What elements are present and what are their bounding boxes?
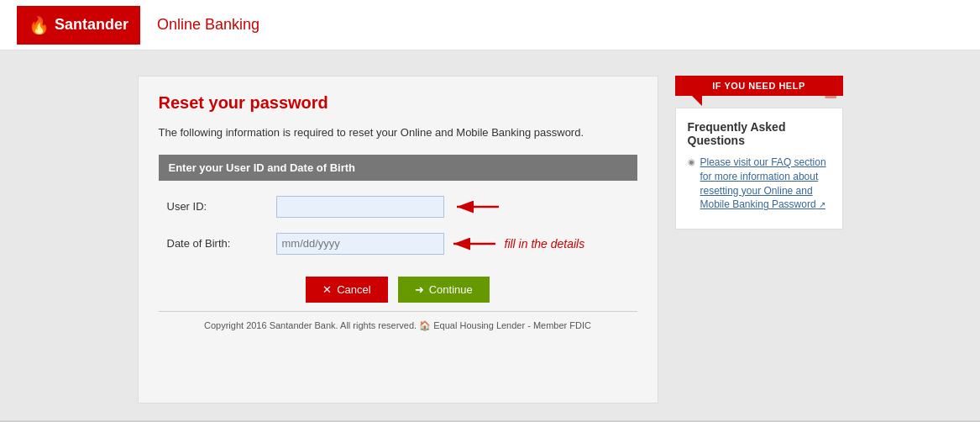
user-id-label: User ID: <box>167 200 276 213</box>
cancel-button[interactable]: ✕ Cancel <box>306 277 387 303</box>
help-box: Frequently Asked Questions ◉ Please visi… <box>675 108 843 229</box>
user-id-row: User ID: <box>159 194 637 219</box>
annotation-text: fill in the details <box>505 237 585 251</box>
logo-text: Santander <box>55 16 128 34</box>
section-header: Enter your User ID and Date of Birth <box>159 155 637 181</box>
form-title: Reset your password <box>159 93 637 113</box>
dob-input[interactable] <box>276 233 444 255</box>
santander-logo: 🔥 Santander <box>17 6 140 45</box>
sidebar: IF YOU NEED HELP 2 Frequently Asked Ques… <box>675 76 843 404</box>
user-id-input-container <box>276 194 503 219</box>
page-title: Online Banking <box>157 16 259 34</box>
user-id-input[interactable] <box>276 196 444 218</box>
faq-link[interactable]: Please visit our FAQ section for more in… <box>700 156 831 212</box>
faq-item: ◉ Please visit our FAQ section for more … <box>688 156 831 212</box>
user-id-arrow-annotation <box>453 194 503 219</box>
page-header: 🔥 Santander Online Banking <box>0 0 980 50</box>
help-bubble: IF YOU NEED HELP 2 <box>675 76 843 96</box>
dob-row: Date of Birth: fill in the details <box>159 231 637 256</box>
page-body: Reset your password The following inform… <box>0 50 980 420</box>
red-arrow-left-icon <box>449 231 500 256</box>
flame-icon: 🔥 <box>29 15 50 35</box>
button-row: ✕ Cancel ➜ Continue <box>159 277 637 303</box>
continue-arrow-icon: ➜ <box>415 283 424 296</box>
dob-arrow-annotation: fill in the details <box>449 231 585 256</box>
continue-button[interactable]: ➜ Continue <box>398 277 490 303</box>
card-footer: Copyright 2016 Santander Bank. All right… <box>159 311 637 338</box>
help-label: IF YOU NEED HELP <box>712 81 804 91</box>
faq-title: Frequently Asked Questions <box>688 120 831 147</box>
help-number: 2 <box>824 77 837 104</box>
home-icon: 🏠 <box>419 320 433 330</box>
red-arrow-up-icon <box>453 194 503 219</box>
form-description: The following information is required to… <box>159 124 637 141</box>
cancel-x-icon: ✕ <box>322 283 332 296</box>
dob-label: Date of Birth: <box>167 237 276 250</box>
dob-input-container: fill in the details <box>276 231 585 256</box>
form-card: Reset your password The following inform… <box>138 76 658 404</box>
external-link-icon: ↗ <box>819 200 825 209</box>
faq-bullet-icon: ◉ <box>688 157 695 166</box>
